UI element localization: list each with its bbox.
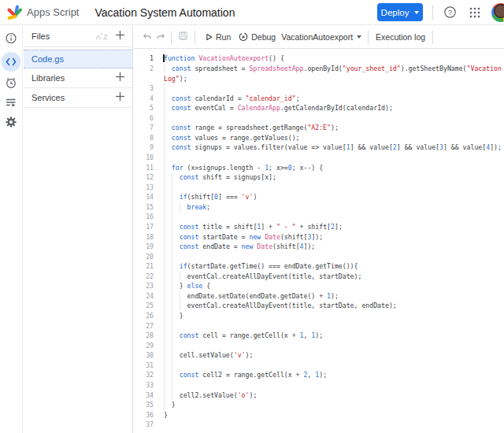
debug-button[interactable]: Debug <box>239 32 276 42</box>
toolbar-divider <box>368 31 369 44</box>
add-library-button[interactable] <box>115 71 125 85</box>
deploy-button[interactable]: Deploy <box>377 3 423 21</box>
code-line[interactable] <box>164 361 504 371</box>
save-button[interactable] <box>178 30 188 44</box>
apps-grid-icon <box>469 7 480 18</box>
apps-script-logo[interactable] <box>7 5 23 20</box>
indent-guide <box>164 83 165 94</box>
line-number: 8 <box>134 133 154 143</box>
code-line[interactable]: } <box>164 311 504 321</box>
settings-button[interactable] <box>5 116 17 128</box>
svg-text:Z: Z <box>103 33 108 41</box>
line-number: 29 <box>134 341 154 351</box>
code-line[interactable]: break; <box>164 202 504 213</box>
code-line[interactable] <box>164 113 504 124</box>
code-line[interactable] <box>164 83 504 94</box>
code-line[interactable]: const startDate = new Date(shift[3]); <box>164 232 504 242</box>
code-line[interactable]: for (x=signups.length - 1; x>=0; x--) { <box>164 163 504 173</box>
indent-guide <box>164 291 165 302</box>
triggers-button[interactable] <box>6 77 17 89</box>
line-number: 28 <box>134 331 154 341</box>
services-section[interactable]: Services <box>24 88 132 108</box>
line-number: 18 <box>134 232 154 242</box>
add-service-button[interactable] <box>115 91 125 105</box>
redo-button[interactable] <box>156 30 166 44</box>
editor-button[interactable] <box>2 52 21 72</box>
code-line[interactable]: const range = spreadsheet.getRange("A2:E… <box>164 123 504 133</box>
code-line[interactable]: eventCal.createAllDayEvent(title, startD… <box>164 301 504 311</box>
function-selector[interactable]: VacationAutoexport <box>281 32 361 42</box>
code-line[interactable]: eventCal.createAllDayEvent(title, startD… <box>164 272 504 282</box>
line-number: 24 <box>134 291 154 302</box>
libraries-section[interactable]: Libraries <box>24 68 132 88</box>
indent-guide <box>164 350 165 361</box>
indent-guide <box>180 202 180 213</box>
code-line[interactable]: const signups = values.filter(value => v… <box>164 142 504 153</box>
line-number: 32 <box>134 370 154 380</box>
code-line[interactable] <box>164 380 504 390</box>
code-line[interactable]: const eventCal = CalendarApp.getCalendar… <box>164 103 504 113</box>
sort-files-button[interactable]: A Z <box>96 31 109 41</box>
indent-guide <box>164 311 165 321</box>
indent-guide <box>164 400 165 410</box>
code-line[interactable]: } <box>164 400 504 410</box>
line-number: 36 <box>134 410 154 420</box>
undo-button[interactable] <box>142 30 152 44</box>
line-number: 33 <box>134 380 154 390</box>
avatar[interactable] <box>491 3 504 22</box>
dropdown-caret-icon <box>357 35 361 39</box>
code-line[interactable]: cell.setValue('v'); <box>164 350 504 361</box>
indent-guide <box>164 380 165 390</box>
play-icon <box>206 33 213 41</box>
executions-button[interactable] <box>6 97 17 109</box>
code-line[interactable]: const spreadsheet = SpreadsheetApp.openB… <box>164 64 504 74</box>
code-line[interactable]: const cell2 = range.getCell(x + 2, 1); <box>164 370 504 380</box>
run-button[interactable]: Run <box>206 32 231 42</box>
redo-icon <box>156 31 166 41</box>
product-name[interactable]: Apps Script <box>27 6 79 18</box>
line-number: 25 <box>134 301 154 311</box>
code-line[interactable]: const endDate = new Date(shift[4]); <box>164 242 504 252</box>
add-file-button[interactable] <box>115 29 125 43</box>
indent-guide <box>172 242 172 252</box>
indent-guide <box>164 103 165 113</box>
code-line[interactable]: endDate.setDate(endDate.getDate() + 1); <box>164 291 504 302</box>
toolbar-divider <box>195 31 195 44</box>
files-panel-title: Files <box>32 31 50 41</box>
code-line[interactable]: const values = range.getValues(); <box>164 133 504 143</box>
code-line[interactable] <box>164 341 504 351</box>
code-line[interactable] <box>164 252 504 262</box>
code-line[interactable]: const cell = range.getCell(x + 1, 1); <box>164 331 504 341</box>
indent-guide <box>172 350 172 361</box>
code-line[interactable]: } <box>164 410 504 420</box>
execution-log-button[interactable]: Execution log <box>376 32 425 42</box>
code-line[interactable]: const shift = signups[x]; <box>164 172 504 183</box>
project-title[interactable]: Vacation System Automation <box>94 6 235 19</box>
code-line[interactable]: const title = shift[1] + " - " + shift[2… <box>164 222 504 232</box>
apps-grid-button[interactable] <box>466 4 484 21</box>
code-line[interactable] <box>164 321 504 331</box>
files-panel-header: Files A Z <box>24 26 132 47</box>
code-line[interactable]: if(shift[0] === 'v') <box>164 192 504 202</box>
code-line[interactable]: const calendarId = "calendar_id"; <box>164 94 504 104</box>
code-line[interactable]: cell2.setValue('o'); <box>164 390 504 401</box>
line-number: 22 <box>134 272 154 282</box>
code-line[interactable]: Log"); <box>164 74 504 84</box>
code-line[interactable]: } else { <box>164 281 504 291</box>
code-line[interactable] <box>164 420 504 430</box>
code-line[interactable] <box>164 212 504 222</box>
code-line[interactable] <box>164 153 504 163</box>
help-button[interactable]: ? <box>441 4 458 21</box>
code-editor[interactable]: 1234567891011121314151617181920212223242… <box>134 49 504 433</box>
code-lines: function VacationAutoexport() { const sp… <box>164 54 504 429</box>
indent-guide <box>172 390 172 401</box>
code-line[interactable]: function VacationAutoexport() { <box>164 54 504 64</box>
code-line[interactable]: if(startDate.getTime() === endDate.getTi… <box>164 261 504 272</box>
files-panel: Files A Z Code.gs Libraries Services <box>24 26 133 433</box>
line-number: 6 <box>134 113 154 124</box>
indent-guide <box>164 361 165 371</box>
code-line[interactable] <box>164 183 504 193</box>
line-number <box>134 74 154 84</box>
overview-button[interactable] <box>6 32 17 44</box>
file-item-codegs[interactable]: Code.gs <box>24 50 132 68</box>
